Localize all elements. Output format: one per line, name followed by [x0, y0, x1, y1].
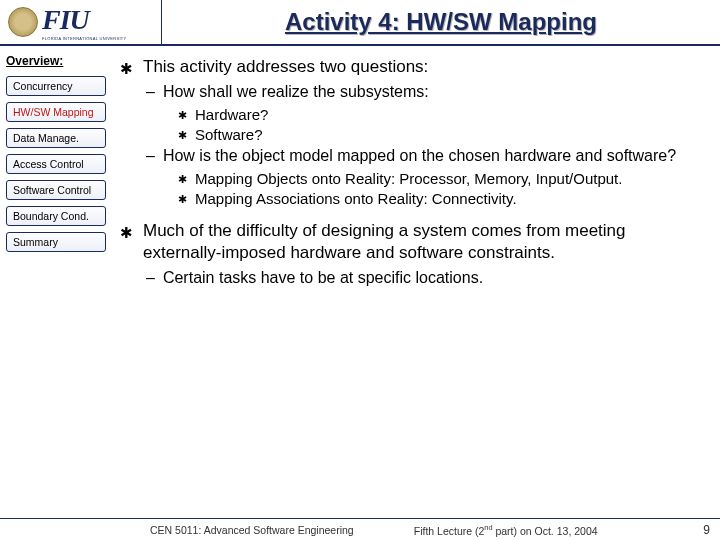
footer-course: CEN 5011: Advanced Software Engineering [150, 524, 354, 536]
sub-text: Mapping Objects onto Reality: Processor,… [195, 169, 622, 189]
university-seal-icon [8, 7, 38, 37]
logo-subtext: FLORIDA INTERNATIONAL UNIVERSITY [42, 36, 127, 41]
bullet-1-dash-1: – How shall we realize the subsystems: [146, 82, 698, 103]
footer-lecture: Fifth Lecture (2nd part) on Oct. 13, 200… [414, 523, 598, 537]
bullet-icon: ✱ [120, 58, 133, 80]
bullet-2: ✱ Much of the difficulty of designing a … [120, 220, 698, 264]
bullet-2-dash-1-text: Certain tasks have to be at specific loc… [163, 268, 483, 289]
bullet-2-text: Much of the difficulty of designing a sy… [143, 220, 698, 264]
sidebar-item-data-manage[interactable]: Data Manage. [6, 128, 106, 148]
bullet-icon: ✱ [120, 222, 133, 266]
bullet-1-dash-1-text: How shall we realize the subsystems: [163, 82, 429, 103]
dash-icon: – [146, 82, 155, 103]
slide-title: Activity 4: HW/SW Mapping [162, 8, 720, 36]
logo-text-block: FIU FLORIDA INTERNATIONAL UNIVERSITY [42, 4, 127, 41]
bullet-icon: ✱ [178, 107, 187, 127]
logo-area: FIU FLORIDA INTERNATIONAL UNIVERSITY [0, 0, 162, 44]
sidebar-item-hwsw-mapping[interactable]: HW/SW Mapping [6, 102, 106, 122]
bullet-1-dash-2: – How is the object model mapped on the … [146, 146, 698, 167]
bullet-icon: ✱ [178, 191, 187, 211]
bullet-1-dash-2-sub-1: ✱ Mapping Objects onto Reality: Processo… [178, 169, 698, 189]
bullet-1-dash-1-sub-2: ✱ Software? [178, 125, 698, 145]
sub-text: Mapping Associations onto Reality: Conne… [195, 189, 517, 209]
sidebar: Overview: Concurrency HW/SW Mapping Data… [0, 46, 112, 518]
sidebar-item-summary[interactable]: Summary [6, 232, 106, 252]
sidebar-item-boundary-cond[interactable]: Boundary Cond. [6, 206, 106, 226]
sub-text: Software? [195, 125, 263, 145]
bullet-1-dash-2-sub-2: ✱ Mapping Associations onto Reality: Con… [178, 189, 698, 209]
bullet-icon: ✱ [178, 127, 187, 147]
sidebar-item-access-control[interactable]: Access Control [6, 154, 106, 174]
sidebar-heading: Overview: [6, 54, 106, 68]
logo-text: FIU [42, 4, 127, 36]
footer-lecture-sup: nd [484, 523, 492, 532]
dash-icon: – [146, 146, 155, 167]
bullet-1-dash-2-text: How is the object model mapped on the ch… [163, 146, 676, 167]
page-number: 9 [703, 523, 710, 537]
bullet-icon: ✱ [178, 171, 187, 191]
footer-lecture-post: part) on Oct. 13, 2004 [493, 524, 598, 536]
bullet-1-dash-1-sub-1: ✱ Hardware? [178, 105, 698, 125]
sidebar-item-software-control[interactable]: Software Control [6, 180, 106, 200]
footer: CEN 5011: Advanced Software Engineering … [0, 518, 720, 540]
footer-lecture-pre: Fifth Lecture (2 [414, 524, 485, 536]
bullet-1: ✱ This activity addresses two questions: [120, 56, 698, 78]
bullet-2-dash-1: – Certain tasks have to be at specific l… [146, 268, 698, 289]
dash-icon: – [146, 268, 155, 289]
body: Overview: Concurrency HW/SW Mapping Data… [0, 46, 720, 518]
sub-text: Hardware? [195, 105, 268, 125]
header: FIU FLORIDA INTERNATIONAL UNIVERSITY Act… [0, 0, 720, 46]
content: ✱ This activity addresses two questions:… [112, 46, 720, 518]
sidebar-item-concurrency[interactable]: Concurrency [6, 76, 106, 96]
bullet-1-text: This activity addresses two questions: [143, 56, 428, 78]
